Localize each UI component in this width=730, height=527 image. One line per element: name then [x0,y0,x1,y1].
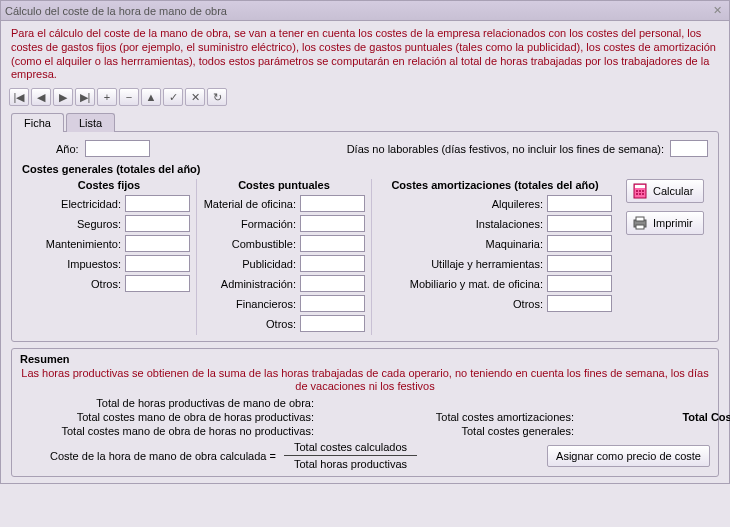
svg-rect-10 [636,225,644,229]
label-administracion: Administración: [221,278,296,290]
imprimir-label: Imprimir [653,217,693,229]
input-impuestos[interactable] [125,255,190,272]
svg-rect-1 [635,185,645,188]
label-fijos-otros: Otros: [91,278,121,290]
label-combustible: Combustible: [232,238,296,250]
col-puntuales: Costes puntuales Material de oficina: Fo… [196,179,371,335]
calcular-button[interactable]: Calcular [626,179,704,203]
formula-fraction: Total costes calculados Total horas prod… [284,441,417,470]
label-publicidad: Publicidad: [242,258,296,270]
frac-bot: Total horas productivas [284,456,417,470]
action-column: Calcular Imprimir [618,179,708,335]
input-publicidad[interactable] [300,255,365,272]
input-electricidad[interactable] [125,195,190,212]
input-utillaje[interactable] [547,255,612,272]
frac-top: Total costes calculados [284,441,417,456]
res-r4-label: Total costes amortizaciones: [400,411,580,423]
calcular-label: Calcular [653,185,693,197]
input-administracion[interactable] [300,275,365,292]
title-amort: Costes amortizaciones (totales del año) [378,179,612,191]
label-instalaciones: Instalaciones: [476,218,543,230]
total-costes-label: Total Costes [660,411,730,423]
assign-button[interactable]: Asignar como precio de coste [547,445,710,467]
tab-ficha[interactable]: Ficha [11,113,64,132]
svg-point-3 [639,190,641,192]
resumen-note: Las horas productivas se obtienen de la … [20,367,710,393]
label-material: Material de oficina: [204,198,296,210]
cancel-button[interactable]: ✕ [185,88,205,106]
input-combustible[interactable] [300,235,365,252]
intro-text: Para el cálculo del coste de la mano de … [1,21,729,86]
last-button[interactable]: ▶| [75,88,95,106]
label-utillaje: Utillaje y herramientas: [431,258,543,270]
add-button[interactable]: + [97,88,117,106]
formula-label: Coste de la hora de mano de obra calcula… [20,450,276,462]
prev-button[interactable]: ◀ [31,88,51,106]
row-anio: Año: Días no laborables (días festivos, … [22,140,708,157]
resumen-panel: Resumen Las horas productivas se obtiene… [11,348,719,477]
res-r1-label: Total de horas productivas de mano de ob… [20,397,320,409]
input-seguros[interactable] [125,215,190,232]
label-electricidad: Electricidad: [61,198,121,210]
anio-input[interactable] [85,140,150,157]
first-button[interactable]: |◀ [9,88,29,106]
col-amort: Costes amortizaciones (totales del año) … [371,179,618,335]
label-formacion: Formación: [241,218,296,230]
delete-button[interactable]: − [119,88,139,106]
label-alquileres: Alquileres: [492,198,543,210]
formula-row: Coste de la hora de mano de obra calcula… [20,441,710,470]
res-r3-label: Total costes mano de obra de horas no pr… [20,425,320,437]
title-fijos: Costes fijos [28,179,190,191]
svg-point-4 [642,190,644,192]
next-button[interactable]: ▶ [53,88,73,106]
nav-toolbar: |◀ ◀ ▶ ▶| + − ▲ ✓ ✕ ↻ [1,86,729,108]
input-punt-otros[interactable] [300,315,365,332]
svg-rect-9 [636,217,644,221]
label-mobiliario: Mobiliario y mat. de oficina: [410,278,543,290]
ficha-panel: Año: Días no laborables (días festivos, … [11,131,719,342]
ok-button[interactable]: ✓ [163,88,183,106]
label-impuestos: Impuestos: [67,258,121,270]
resumen-title: Resumen [20,353,710,365]
titlebar: Cálculo del coste de la hora de mano de … [1,1,729,21]
imprimir-button[interactable]: Imprimir [626,211,704,235]
reload-button[interactable]: ↻ [207,88,227,106]
dias-input[interactable] [670,140,708,157]
close-icon[interactable]: ✕ [709,4,725,18]
input-formacion[interactable] [300,215,365,232]
svg-point-7 [642,193,644,195]
label-punt-otros: Otros: [266,318,296,330]
anio-label: Año: [56,143,79,155]
input-alquileres[interactable] [547,195,612,212]
input-fijos-otros[interactable] [125,275,190,292]
svg-point-6 [639,193,641,195]
label-mantenimiento: Mantenimiento: [46,238,121,250]
tabs: Ficha Lista [11,112,719,131]
input-mobiliario[interactable] [547,275,612,292]
label-maquinaria: Maquinaria: [486,238,543,250]
window: Cálculo del coste de la hora de mano de … [0,0,730,484]
up-button[interactable]: ▲ [141,88,161,106]
dias-label: Días no laborables (días festivos, no in… [347,143,664,155]
tab-lista[interactable]: Lista [66,113,115,132]
calculator-icon [631,182,649,200]
input-maquinaria[interactable] [547,235,612,252]
input-amort-otros[interactable] [547,295,612,312]
label-amort-otros: Otros: [513,298,543,310]
section-generales: Costes generales (totales del año) [22,163,708,175]
input-financieros[interactable] [300,295,365,312]
printer-icon [631,214,649,232]
input-mantenimiento[interactable] [125,235,190,252]
svg-point-5 [636,193,638,195]
res-r5-label: Total costes generales: [400,425,580,437]
title-puntuales: Costes puntuales [203,179,365,191]
svg-point-2 [636,190,638,192]
label-financieros: Financieros: [236,298,296,310]
label-seguros: Seguros: [77,218,121,230]
window-title: Cálculo del coste de la hora de mano de … [5,5,709,17]
col-fijos: Costes fijos Electricidad: Seguros: Mant… [22,179,196,335]
input-instalaciones[interactable] [547,215,612,232]
input-material[interactable] [300,195,365,212]
res-r2-label: Total costes mano de obra de horas produ… [20,411,320,423]
